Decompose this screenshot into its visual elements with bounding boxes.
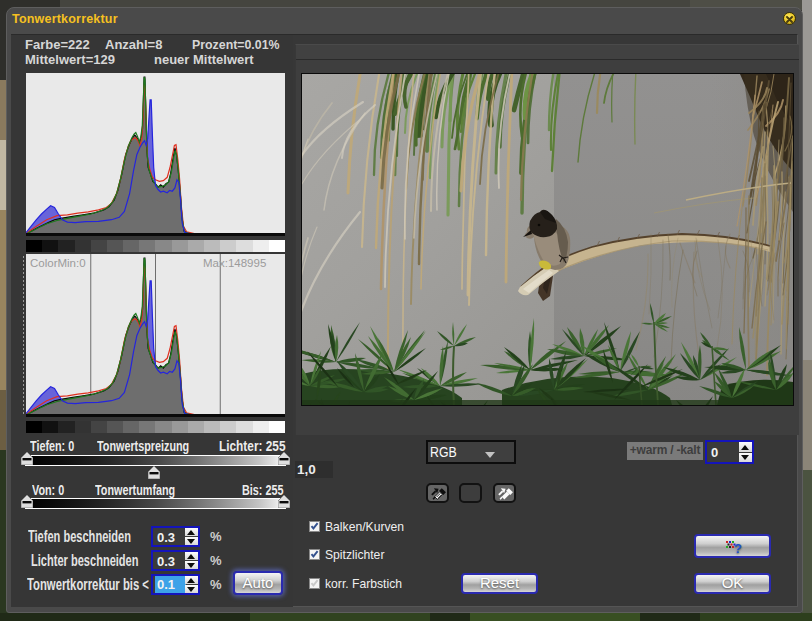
svg-text:ColorMin:0: ColorMin:0 — [30, 257, 86, 269]
svg-text:Max:148995: Max:148995 — [203, 257, 266, 269]
